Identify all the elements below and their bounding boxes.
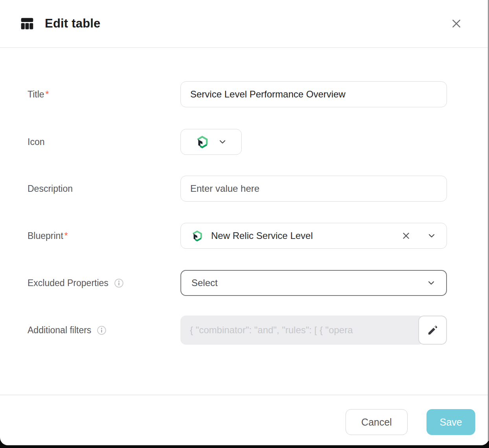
pencil-icon xyxy=(427,324,439,336)
footer-divider xyxy=(0,395,489,395)
x-clear-icon xyxy=(401,231,411,241)
blueprint-clear-button[interactable] xyxy=(401,231,411,241)
chevron-down-icon xyxy=(218,137,227,147)
save-button[interactable]: Save xyxy=(426,409,475,435)
blueprint-selected-value: New Relic Service Level xyxy=(211,230,313,241)
excluded-properties-label: Excluded Properties xyxy=(28,270,180,296)
modal-header: Edit table xyxy=(0,0,489,48)
chevron-down-icon[interactable] xyxy=(427,231,436,241)
close-button[interactable] xyxy=(447,15,465,33)
new-relic-logo-icon xyxy=(195,135,209,149)
table-icon xyxy=(20,16,35,31)
cancel-button[interactable]: Cancel xyxy=(346,409,408,435)
description-input[interactable] xyxy=(180,176,447,202)
dialog-title: Edit table xyxy=(45,17,447,31)
icon-picker-dropdown[interactable] xyxy=(180,129,242,155)
blueprint-field-row: Blueprint* New Relic Service Level xyxy=(28,223,447,249)
description-label: Description xyxy=(28,176,180,202)
additional-filters-label: Additional filters xyxy=(28,316,180,345)
required-asterisk: * xyxy=(64,231,68,241)
new-relic-logo-icon xyxy=(191,230,203,242)
info-icon[interactable] xyxy=(114,278,124,288)
title-input[interactable] xyxy=(180,81,447,107)
required-asterisk: * xyxy=(46,89,49,100)
chevron-down-icon xyxy=(426,278,436,288)
icon-field-row: Icon xyxy=(28,129,447,155)
edit-table-modal: Edit table Title* Icon xyxy=(0,0,489,445)
additional-filters-value-field: { "combinator": "and", "rules": [ { "ope… xyxy=(180,316,424,345)
additional-filters-json: { "combinator": "and", "rules": [ { "ope… xyxy=(190,325,353,336)
title-label: Title* xyxy=(28,81,180,107)
x-icon xyxy=(450,17,463,30)
excluded-properties-select[interactable]: Select xyxy=(180,270,447,296)
additional-filters-field-row: Additional filters { "combinator": "and"… xyxy=(28,316,447,345)
title-field-row: Title* xyxy=(28,81,447,107)
icon-label: Icon xyxy=(28,129,180,155)
excluded-properties-placeholder: Select xyxy=(191,277,218,288)
description-field-row: Description xyxy=(28,176,447,202)
excluded-properties-field-row: Excluded Properties Select xyxy=(28,270,447,296)
info-icon[interactable] xyxy=(97,325,107,335)
blueprint-label: Blueprint* xyxy=(28,223,180,249)
edit-filters-button[interactable] xyxy=(418,316,447,345)
blueprint-select[interactable]: New Relic Service Level xyxy=(180,223,447,249)
